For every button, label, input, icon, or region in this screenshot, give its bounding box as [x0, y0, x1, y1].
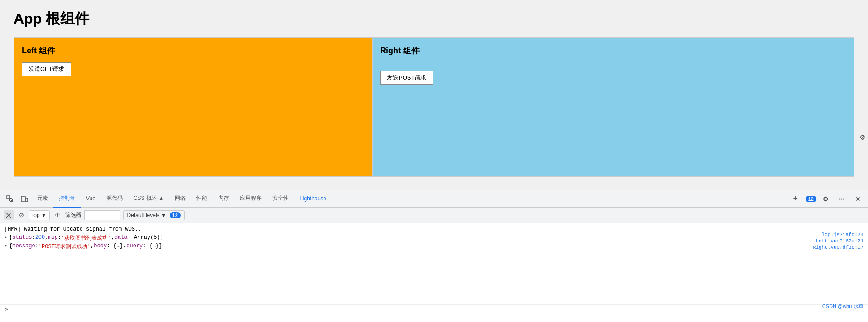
console-line-2: ▶ { status : 200 , msg : '获取图书列表成功' , da…: [5, 234, 863, 242]
tab-performance[interactable]: 性能: [191, 190, 213, 208]
close-icon[interactable]: ✕: [852, 193, 864, 205]
console-line-hmr: [HMR] Waiting for update signal from WDS…: [5, 226, 863, 234]
svg-point-4: [839, 198, 841, 199]
devtools-settings-gear-icon[interactable]: ⚙: [859, 133, 865, 142]
tab-security[interactable]: 安全性: [267, 190, 294, 208]
svg-point-6: [843, 198, 844, 199]
console-source-links: log.js?1afd:24 Left.vue?162a:21 Right.vu…: [813, 232, 863, 250]
expand-icon-3[interactable]: ▶: [5, 243, 7, 248]
inspect-element-icon[interactable]: [4, 193, 16, 205]
devtools-toolbar: ⊘ top ▼ 👁 筛选器 Default levels ▼ 12: [0, 208, 868, 223]
clear-console-icon[interactable]: [4, 210, 14, 220]
line3-brace: {: [9, 243, 12, 249]
console-filter-input[interactable]: [84, 210, 120, 220]
svg-rect-2: [21, 196, 25, 202]
source-link-3[interactable]: Right.vue?df38:17: [813, 245, 863, 250]
levels-chevron-icon: ▼: [161, 212, 167, 218]
console-footer: >: [0, 304, 868, 313]
console-input[interactable]: [8, 306, 863, 313]
csdn-credit: CSDN @whu-水草: [822, 303, 863, 310]
right-component-title: Right 组件: [380, 45, 846, 61]
console-prompt-icon: >: [5, 306, 8, 313]
console-output: [HMR] Waiting for update signal from WDS…: [0, 223, 868, 304]
expand-icon-2[interactable]: ▶: [5, 234, 7, 240]
settings-icon[interactable]: ⚙: [819, 193, 832, 205]
post-request-button[interactable]: 发送POST请求: [380, 71, 433, 85]
add-tab-button[interactable]: +: [789, 193, 802, 205]
source-link-1[interactable]: log.js?1afd:24: [822, 232, 863, 237]
app-area: App 根组件 Left 组件 发送GET请求 Right 组件 发送POST请…: [0, 0, 868, 190]
tab-elements[interactable]: 元素: [32, 190, 53, 208]
left-component-title: Left 组件: [22, 45, 365, 56]
get-request-button[interactable]: 发送GET请求: [22, 62, 71, 76]
components-row: Left 组件 发送GET请求 Right 组件 发送POST请求: [14, 37, 854, 177]
svg-rect-3: [26, 198, 28, 202]
customize-icon[interactable]: [835, 193, 848, 205]
console-area-wrapper: [HMR] Waiting for update signal from WDS…: [0, 223, 868, 313]
line2-brace: {: [9, 234, 12, 241]
context-chevron-icon: ▼: [41, 212, 47, 218]
default-levels-label: Default levels: [127, 212, 160, 218]
tab-console[interactable]: 控制台: [53, 190, 81, 208]
error-badge: 12: [806, 196, 816, 202]
hmr-text: [HMR] Waiting for update signal from WDS…: [5, 226, 145, 232]
context-dropdown[interactable]: top ▼: [29, 210, 50, 220]
tab-lighthouse[interactable]: Lighthouse: [294, 190, 332, 208]
devtools-panel: 元素 控制台 Vue 源代码 CSS 概述 ▲ 网络 性能 内存 应用程序 安全…: [0, 190, 868, 322]
left-component: Left 组件 发送GET请求: [14, 38, 372, 176]
tab-sources[interactable]: 源代码: [101, 190, 128, 208]
console-line-3: ▶ { message : 'POST请求测试成功' , body : {…},…: [5, 242, 863, 251]
source-link-2[interactable]: Left.vue?162a:21: [816, 238, 863, 244]
right-component: Right 组件 发送POST请求: [372, 38, 854, 176]
svg-rect-0: [7, 196, 10, 199]
block-icon[interactable]: ⊘: [16, 210, 26, 220]
tab-memory[interactable]: 内存: [213, 190, 234, 208]
tab-network[interactable]: 网络: [169, 190, 191, 208]
levels-badge: 12: [170, 212, 181, 218]
filter-label: 筛选器: [65, 211, 81, 219]
top-label: top: [32, 212, 40, 218]
devtools-tab-bar: 元素 控制台 Vue 源代码 CSS 概述 ▲ 网络 性能 内存 应用程序 安全…: [0, 190, 868, 208]
device-toggle-icon[interactable]: [18, 193, 31, 205]
eye-icon[interactable]: 👁: [52, 210, 62, 220]
tab-vue[interactable]: Vue: [81, 190, 101, 208]
tab-css[interactable]: CSS 概述 ▲: [128, 190, 169, 208]
devtools-right-icons: 12 ⚙ ✕: [806, 193, 865, 205]
app-title: App 根组件: [14, 9, 854, 29]
log-level-dropdown[interactable]: Default levels ▼ 12: [123, 210, 185, 220]
svg-point-5: [841, 198, 843, 199]
tab-application[interactable]: 应用程序: [234, 190, 267, 208]
